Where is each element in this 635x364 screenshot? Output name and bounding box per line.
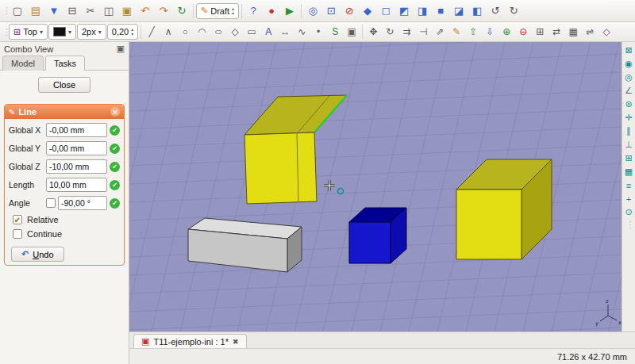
draft-text-icon[interactable]: A <box>260 25 276 40</box>
global-x-input[interactable] <box>46 123 107 137</box>
view-left-icon[interactable]: ◧ <box>468 2 486 20</box>
draft-upgrade-icon[interactable]: ⇧ <box>465 25 481 40</box>
whats-this-icon[interactable]: ? <box>244 2 262 20</box>
combo-view-tabs: Model Tasks <box>0 56 129 71</box>
blue-cube[interactable] <box>349 208 406 263</box>
save-document-icon[interactable]: ▼ <box>45 2 63 20</box>
draft-downgrade-icon[interactable]: ⇩ <box>482 25 498 40</box>
snap-center-icon[interactable]: ⊚ <box>623 98 635 110</box>
workbench-selector[interactable]: ✎ Draft ▴▾ <box>196 3 239 19</box>
tab-model[interactable]: Model <box>2 56 44 71</box>
draft-rectangle-icon[interactable]: ▭ <box>244 25 260 40</box>
draft-shapestring-icon[interactable]: S <box>327 25 343 40</box>
draft-shape-2d-view-icon[interactable]: ⊞ <box>532 25 548 40</box>
angle-lock-checkbox[interactable]: ✔ <box>46 198 56 208</box>
new-document-icon[interactable]: ▢ <box>9 2 26 20</box>
rotate-left-icon[interactable]: ↺ <box>487 2 504 20</box>
line-width-selector[interactable]: 2px ▾ <box>77 24 106 40</box>
zoom-selection-icon[interactable]: ⊡ <box>322 2 340 20</box>
snap-spacing-spinbox[interactable]: 0,20 ▴▾ <box>107 24 138 40</box>
snap-ortho-icon[interactable]: + <box>623 193 635 205</box>
toolbar-grip[interactable]: ⋮ <box>626 220 632 230</box>
view-right-icon[interactable]: ◨ <box>414 2 431 20</box>
view-top-icon[interactable]: ◩ <box>395 2 413 20</box>
undo-button[interactable]: ↶ Undo <box>11 247 64 262</box>
draft-facebinder-icon[interactable]: ▣ <box>344 25 360 40</box>
draft-scale-icon[interactable]: ⇗ <box>432 25 448 40</box>
draft-rotate-icon[interactable]: ↻ <box>382 25 398 40</box>
draft-trimex-icon[interactable]: ⊣ <box>415 25 431 40</box>
draft-point-icon[interactable]: • <box>310 25 326 40</box>
close-document-icon[interactable]: ✖ <box>233 338 239 346</box>
draft-offset-icon[interactable]: ⇉ <box>398 25 414 40</box>
draw-style-icon[interactable]: ⊘ <box>341 2 358 20</box>
snap-working-plane-icon[interactable]: ⊙ <box>623 206 635 218</box>
continue-checkbox[interactable]: ✔ <box>13 229 22 239</box>
undo-icon[interactable]: ↶ <box>137 2 154 20</box>
cursor-dimensions: 71.26 x 42.70 mm <box>557 352 627 362</box>
snap-endpoint-icon[interactable]: ◉ <box>623 58 635 70</box>
draft-edit-icon[interactable]: ✎ <box>448 25 464 40</box>
undo-arrow-icon: ↶ <box>21 249 29 259</box>
spinbox-arrows[interactable]: ▴▾ <box>131 27 133 36</box>
draft-array-icon[interactable]: ▦ <box>565 25 581 40</box>
snap-extension-icon[interactable]: ✛ <box>623 112 635 124</box>
close-task-button[interactable]: Close <box>38 77 90 93</box>
line-color-picker[interactable]: ▾ <box>48 24 76 40</box>
tab-tasks[interactable]: Tasks <box>45 56 85 71</box>
working-plane-selector[interactable]: ⊞ Top ▾ <box>9 24 48 40</box>
toolbar-grip[interactable]: ⋮ <box>2 6 8 16</box>
draft-ellipse-icon[interactable]: ○ <box>207 25 230 40</box>
snap-midpoint-icon[interactable]: ◎ <box>623 71 635 83</box>
panel-close-icon[interactable]: ✕ <box>110 107 120 117</box>
snap-toolbar: ⊠ ◉ ◎ ∠ ⊚ ✛ ∥ ⊥ ⊞ ▦ ≡ + ⊙ ⋮ <box>622 42 635 331</box>
draft-move-icon[interactable]: ✥ <box>365 25 381 40</box>
working-plane-value: Top <box>23 27 37 36</box>
draft-mirror-icon[interactable]: ⇌ <box>582 25 598 40</box>
draft-clone-icon[interactable]: ◇ <box>598 25 614 40</box>
snap-grid-icon[interactable]: ⊞ <box>623 152 635 164</box>
redo-icon[interactable]: ↷ <box>155 2 172 20</box>
relative-checkbox[interactable]: ✔ <box>13 215 22 224</box>
view-isometric-icon[interactable]: ◆ <box>359 2 376 20</box>
copy-icon[interactable]: ◫ <box>100 2 117 20</box>
snap-lock-icon[interactable]: ⊠ <box>623 44 635 56</box>
paste-icon[interactable]: ▣ <box>118 2 136 20</box>
global-z-input[interactable] <box>46 159 107 174</box>
macro-record-icon[interactable]: ● <box>263 2 280 20</box>
document-icon: ▣ <box>141 336 149 347</box>
draft-to-sketch-icon[interactable]: ⇄ <box>548 25 564 40</box>
rotate-right-icon[interactable]: ↻ <box>505 2 522 20</box>
view-rear-icon[interactable]: ■ <box>432 2 449 20</box>
angle-input[interactable] <box>58 196 107 210</box>
draft-add-point-icon[interactable]: ⊕ <box>498 25 514 40</box>
draft-line-icon[interactable]: ╱ <box>144 25 160 40</box>
draft-circle-icon[interactable]: ○ <box>177 25 193 40</box>
draft-dimension-icon[interactable]: ↔ <box>277 25 293 40</box>
snap-angle-icon[interactable]: ∠ <box>623 85 635 97</box>
length-input[interactable] <box>46 178 107 192</box>
open-document-icon[interactable]: ▤ <box>27 2 44 20</box>
macro-execute-icon[interactable]: ▶ <box>281 2 298 20</box>
global-y-input[interactable] <box>46 141 107 155</box>
cut-icon[interactable]: ✂ <box>82 2 99 20</box>
view-bottom-icon[interactable]: ◪ <box>450 2 468 20</box>
snap-parallel-icon[interactable]: ∥ <box>623 125 635 137</box>
snap-near-icon[interactable]: ≡ <box>623 179 635 191</box>
print-document-icon[interactable]: ⊟ <box>64 2 81 20</box>
draft-workbench-icon: ✎ <box>201 6 208 16</box>
draft-polyline-icon[interactable]: ∧ <box>160 25 176 40</box>
zoom-fit-icon[interactable]: ◎ <box>304 2 321 20</box>
view-front-icon[interactable]: ◻ <box>377 2 394 20</box>
document-tab[interactable]: ▣ T11-ejemplo-ini : 1* ✖ <box>133 334 247 348</box>
float-panel-icon[interactable]: ▣ <box>117 44 125 54</box>
toolbar-grip[interactable]: ⋮ <box>2 27 8 37</box>
draft-delete-point-icon[interactable]: ⊖ <box>515 25 531 40</box>
document-tab-bar: ▣ T11-ejemplo-ini : 1* ✖ <box>129 331 635 348</box>
snap-intersection-icon[interactable]: ▦ <box>623 166 635 178</box>
3d-viewport[interactable]: z y x <box>129 42 622 331</box>
snap-perpendicular-icon[interactable]: ⊥ <box>623 139 635 151</box>
workbench-spinner[interactable]: ▴▾ <box>232 6 234 16</box>
draft-bspline-icon[interactable]: ∿ <box>294 25 310 40</box>
refresh-icon[interactable]: ↻ <box>173 2 190 20</box>
